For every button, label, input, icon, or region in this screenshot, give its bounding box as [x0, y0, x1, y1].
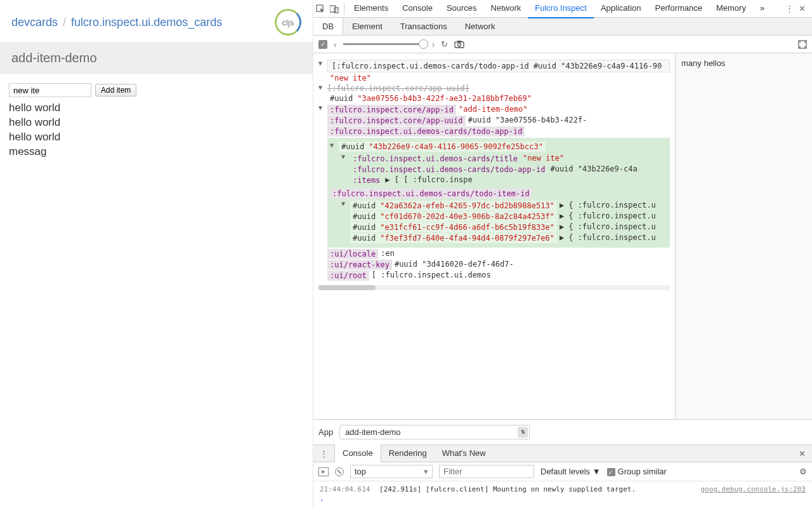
- console-sidebar-icon[interactable]: [318, 467, 329, 476]
- record-checkbox[interactable]: ✓: [318, 40, 327, 49]
- edn-value: "new ite": [330, 74, 371, 83]
- edn-uuid[interactable]: #uuid "e31fcf61-cc9f-4d66-a6df-b6c5b19f8…: [350, 222, 557, 232]
- edn-key[interactable]: :ui/locale: [327, 249, 378, 259]
- subtab-element[interactable]: Element: [343, 18, 391, 35]
- subtab-transactions[interactable]: Transactions: [391, 18, 456, 35]
- edn-uuid: #uuid #uuid "3ae07556-b4b3-422f-ae31-2a1…: [330, 94, 532, 103]
- new-item-input[interactable]: [9, 83, 91, 97]
- list-item: messag: [9, 145, 304, 159]
- tab-application[interactable]: Application: [594, 0, 648, 18]
- edn-key[interactable]: :ui/react-key: [327, 260, 392, 270]
- tab-network[interactable]: Network: [484, 0, 528, 18]
- snapshot-icon[interactable]: [454, 40, 464, 48]
- breadcrumb: devcards / fulcro.inspect.ui.demos_cards…: [0, 0, 313, 42]
- edn-key[interactable]: :fulcro.inspect.ui.demos-cards/todo-app-…: [327, 126, 525, 137]
- refresh-icon[interactable]: ↻: [441, 39, 448, 49]
- edn-uuid[interactable]: #uuid "42a6362a-efeb-4265-97dc-bd2b8988e…: [350, 201, 557, 211]
- edn-value: :en: [381, 249, 395, 259]
- close-icon[interactable]: ✕: [799, 4, 806, 13]
- edn-key[interactable]: :fulcro.inspect.ui.demos-cards/todo-item…: [330, 189, 532, 199]
- breadcrumb-sep: /: [63, 16, 66, 29]
- cljs-logo: cljs: [275, 9, 301, 36]
- drawer-tab-rendering[interactable]: Rendering: [381, 444, 435, 462]
- tab-fulcro-inspect[interactable]: Fulcro Inspect: [528, 0, 594, 18]
- subtab-network[interactable]: Network: [456, 18, 504, 35]
- disclosure-icon[interactable]: ▼: [341, 200, 348, 207]
- history-next-icon[interactable]: ›: [432, 39, 435, 50]
- db-panel: ▼ [:fulcro.inspect.ui.demos-cards/todo-a…: [313, 53, 676, 419]
- disclosure-icon[interactable]: ▼: [318, 104, 325, 111]
- edn-value: "new ite": [523, 154, 564, 164]
- edn-value: ▶ { :fulcro.inspect.u: [560, 222, 656, 232]
- drawer-close-icon[interactable]: ✕: [792, 449, 812, 458]
- app-label: App: [318, 427, 333, 437]
- log-time: 21:44:04.614: [320, 485, 370, 493]
- svg-point-4: [458, 43, 461, 46]
- inspect-element-icon[interactable]: [313, 4, 327, 13]
- horizontal-scrollbar[interactable]: [318, 285, 670, 290]
- edn-uuid[interactable]: #uuid "43b226e9-c4a9-4116-9065-9092fe25b…: [339, 142, 546, 152]
- disclosure-icon[interactable]: ▼: [341, 153, 348, 160]
- add-item-button[interactable]: Add item: [95, 84, 136, 97]
- group-similar-checkbox[interactable]: ✓Group similar: [607, 467, 667, 476]
- disclosure-icon[interactable]: ▼: [318, 60, 325, 67]
- edn-key[interactable]: :fulcro.inspect.ui.demos-cards/todo-app-…: [350, 164, 547, 175]
- tab-console[interactable]: Console: [395, 0, 440, 18]
- drawer-tab-whatsnew[interactable]: What's New: [435, 444, 494, 462]
- expand-icon[interactable]: [798, 40, 807, 49]
- edn-value: [ :fulcro.inspect.ui.demos: [372, 271, 491, 281]
- log-entry: 21:44:04.614 [242.911s] [fulcro.client] …: [320, 485, 806, 493]
- log-levels-select[interactable]: Default levels ▼: [540, 467, 601, 476]
- tab-performance[interactable]: Performance: [648, 0, 709, 18]
- breadcrumb-root[interactable]: devcards: [11, 16, 58, 29]
- svg-rect-3: [455, 42, 464, 48]
- console-prompt[interactable]: ›: [320, 496, 806, 504]
- tab-memory[interactable]: Memory: [709, 0, 753, 18]
- tab-sources[interactable]: Sources: [440, 0, 484, 18]
- clear-console-icon[interactable]: [335, 467, 344, 476]
- console-filter-input[interactable]: [439, 465, 534, 478]
- tab-elements[interactable]: Elements: [347, 0, 395, 18]
- svg-rect-5: [457, 41, 461, 43]
- list-item: hello world: [9, 101, 304, 116]
- disclosure-icon[interactable]: ▼: [318, 84, 325, 91]
- edn-value: #uuid "3d416020-de7f-46d7-: [395, 260, 514, 270]
- edn-struck: [:fulcro.inspect.core/app-uuid]: [327, 84, 469, 93]
- card-title: add-item-demo: [0, 42, 313, 74]
- edn-key[interactable]: :fulcro.inspect.core/app-id: [327, 105, 456, 115]
- breadcrumb-current[interactable]: fulcro.inspect.ui.demos_cards: [71, 16, 222, 29]
- edn-key[interactable]: :fulcro.inspect.ui.demos-cards/title: [350, 154, 520, 164]
- drawer-kebab-icon[interactable]: ⋮: [313, 449, 334, 458]
- app-select[interactable]: add-item-demo ⇅: [339, 425, 530, 439]
- list-item: hello world: [9, 116, 304, 130]
- svg-rect-1: [330, 6, 336, 12]
- edn-key[interactable]: :fulcro.inspect.core/app-uuid: [327, 116, 466, 126]
- edn-key[interactable]: :ui/root: [327, 271, 369, 281]
- edn-value: ▶ { :fulcro.inspect.u: [560, 233, 656, 243]
- edn-key[interactable]: :items: [350, 175, 383, 185]
- edn-path[interactable]: [:fulcro.inspect.ui.demos-cards/todo-app…: [327, 60, 670, 72]
- subtab-db[interactable]: DB: [313, 18, 343, 35]
- tab-overflow-icon[interactable]: »: [753, 0, 771, 18]
- context-select[interactable]: top: [350, 465, 433, 478]
- edn-value: "add-item-demo": [459, 105, 527, 115]
- device-toolbar-icon[interactable]: [327, 4, 341, 13]
- edn-value: #uuid "43b226e9-c4a: [550, 164, 637, 175]
- edn-value: ▶ { :fulcro.inspect.u: [560, 211, 656, 222]
- edn-value: ▶ { :fulcro.inspect.u: [560, 201, 656, 211]
- drawer-tab-console[interactable]: Console: [334, 444, 381, 462]
- console-settings-icon[interactable]: ⚙: [799, 467, 807, 476]
- edn-uuid[interactable]: #uuid "cf01d670-202d-40e3-906b-8a2c84a42…: [350, 211, 557, 222]
- disclosure-icon[interactable]: ▼: [330, 142, 336, 149]
- edn-value: ▶ [ [ :fulcro.inspe: [385, 175, 472, 185]
- chevron-updown-icon: ⇅: [518, 427, 528, 438]
- log-source-link[interactable]: goog.debug.console.js:203: [700, 485, 806, 493]
- history-slider[interactable]: [343, 43, 426, 45]
- kebab-icon[interactable]: ⋮: [785, 4, 794, 13]
- history-prev-icon[interactable]: ‹: [334, 39, 337, 50]
- side-panel-text: many hellos: [676, 53, 812, 419]
- edn-uuid[interactable]: #uuid "f3ef3fd7-640e-4fa4-94d4-0879f297e…: [350, 233, 557, 243]
- list-item: hello world: [9, 130, 304, 145]
- edn-value: #uuid "3ae07556-b4b3-422f-: [468, 116, 587, 126]
